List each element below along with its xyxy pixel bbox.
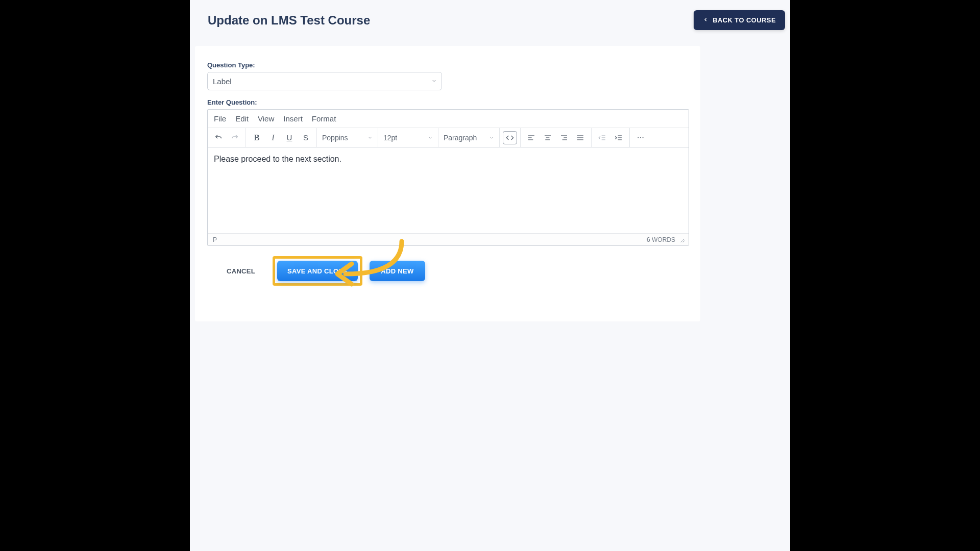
page-title: Update on LMS Test Course bbox=[208, 13, 370, 28]
question-type-label: Question Type: bbox=[207, 61, 688, 69]
svg-point-18 bbox=[638, 137, 639, 138]
font-size-select[interactable]: 12pt bbox=[378, 128, 438, 147]
editor-content[interactable]: Please proceed to the next section. bbox=[208, 147, 689, 233]
block-format-select[interactable]: Paragraph bbox=[438, 128, 500, 147]
back-to-course-button[interactable]: BACK TO COURSE bbox=[694, 10, 785, 30]
strikethrough-button[interactable]: S bbox=[298, 130, 313, 145]
font-family-value: Poppins bbox=[322, 134, 348, 142]
undo-button[interactable] bbox=[211, 130, 226, 145]
indent-button[interactable] bbox=[611, 130, 626, 145]
redo-button[interactable] bbox=[227, 130, 242, 145]
underline-button[interactable]: U bbox=[282, 130, 297, 145]
chevron-down-icon bbox=[489, 134, 494, 142]
cancel-button[interactable]: CANCEL bbox=[216, 261, 265, 281]
rich-text-editor: File Edit View Insert Format bbox=[207, 109, 689, 246]
chevron-down-icon bbox=[368, 134, 373, 142]
align-right-button[interactable] bbox=[556, 130, 572, 145]
enter-question-label: Enter Question: bbox=[207, 98, 688, 106]
bold-button[interactable]: B bbox=[249, 130, 264, 145]
block-format-value: Paragraph bbox=[444, 134, 477, 142]
question-type-select[interactable]: Label bbox=[207, 72, 442, 90]
font-family-select[interactable]: Poppins bbox=[317, 128, 378, 147]
more-options-button[interactable] bbox=[633, 130, 648, 145]
menu-edit[interactable]: Edit bbox=[235, 114, 249, 123]
menu-insert[interactable]: Insert bbox=[283, 114, 303, 123]
align-center-button[interactable] bbox=[540, 130, 555, 145]
menu-view[interactable]: View bbox=[258, 114, 274, 123]
chevron-left-icon bbox=[703, 16, 708, 24]
svg-point-20 bbox=[643, 137, 644, 138]
menu-file[interactable]: File bbox=[214, 114, 226, 123]
add-new-button[interactable]: ADD NEW bbox=[370, 261, 425, 281]
align-left-button[interactable] bbox=[524, 130, 539, 145]
font-size-value: 12pt bbox=[383, 134, 397, 142]
resize-handle[interactable] bbox=[679, 237, 684, 242]
align-justify-button[interactable] bbox=[573, 130, 588, 145]
menu-format[interactable]: Format bbox=[312, 114, 336, 123]
code-block-button[interactable] bbox=[503, 131, 517, 144]
editor-menubar: File Edit View Insert Format bbox=[208, 110, 689, 128]
word-count: 6 WORDS bbox=[647, 236, 675, 243]
editor-element-path: P bbox=[213, 236, 217, 243]
back-button-label: BACK TO COURSE bbox=[713, 16, 776, 24]
outdent-button[interactable] bbox=[595, 130, 610, 145]
editor-toolbar: B I U S Poppins 12pt bbox=[208, 128, 689, 147]
form-card: Question Type: Label Enter Question: Fil… bbox=[195, 46, 700, 321]
highlight-annotation: SAVE AND CLOSE bbox=[273, 256, 362, 286]
svg-point-19 bbox=[640, 137, 641, 138]
italic-button[interactable]: I bbox=[265, 130, 281, 145]
save-and-close-button[interactable]: SAVE AND CLOSE bbox=[277, 261, 358, 281]
chevron-down-icon bbox=[428, 134, 433, 142]
